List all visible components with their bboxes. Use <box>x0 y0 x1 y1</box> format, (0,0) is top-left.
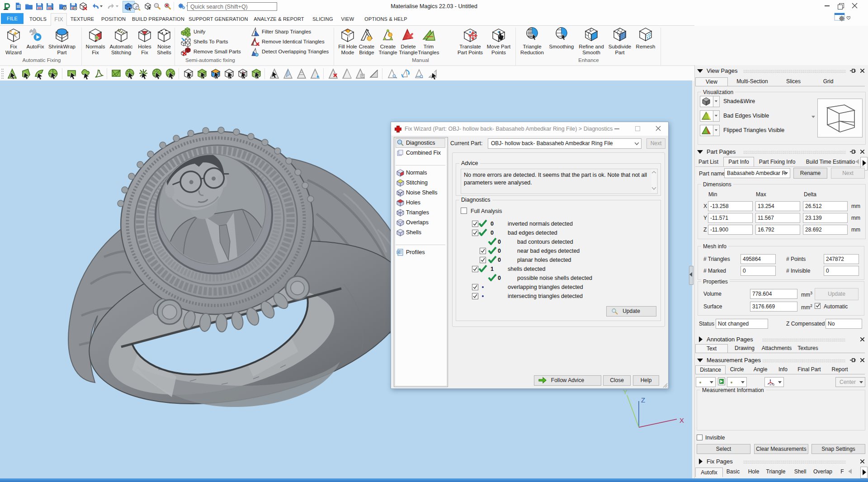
svg-text:XYZ: XYZ <box>769 383 774 386</box>
svg-text:X: X <box>679 416 684 424</box>
svg-text:Z: Z <box>641 396 645 404</box>
svg-text:Y: Y <box>623 388 627 396</box>
